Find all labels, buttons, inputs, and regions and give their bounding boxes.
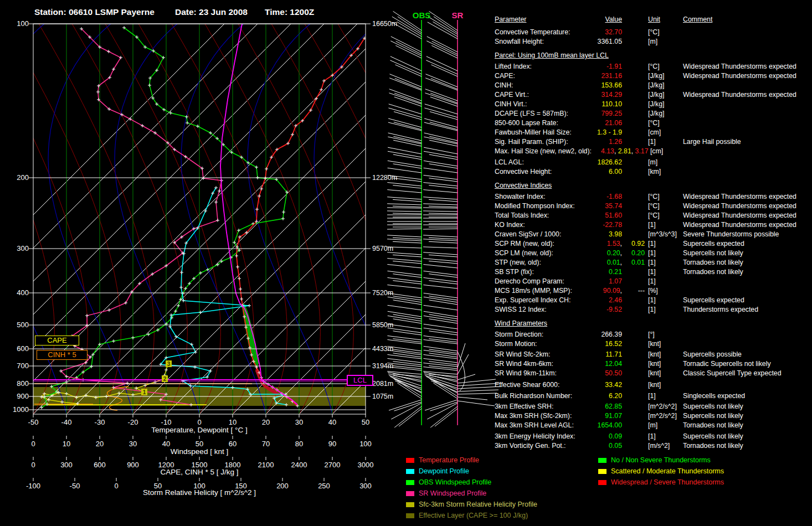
value-part: 3.17	[635, 147, 649, 155]
table-cell: [1]	[648, 220, 656, 230]
wind-barb	[391, 403, 422, 419]
table-cell: [J/kg]	[648, 81, 664, 90]
axis-tick-label: 80	[287, 440, 311, 448]
wind-barb	[393, 213, 422, 214]
wind-barb	[389, 78, 422, 90]
wind-barb	[390, 56, 422, 71]
table-cell: 153.66	[495, 81, 622, 90]
table-cell: 6.00	[495, 167, 622, 177]
table-row: CAPE Virt.:314.29[J/kg]Widespread Thunde…	[495, 90, 812, 100]
wind-barb	[387, 229, 422, 229]
table-cell: Tornadoes not likely	[683, 421, 743, 430]
wind-barb	[429, 378, 458, 396]
wind-barb	[393, 206, 422, 207]
wind-barb	[424, 147, 458, 154]
wind-barb	[423, 363, 458, 367]
table-row: SR Wind Sfc-2km:11.71[knt]Supercells pos…	[495, 350, 812, 359]
wind-barb	[387, 239, 422, 241]
value-part: 1826.62	[598, 158, 622, 166]
wind-barb	[424, 168, 458, 173]
axis-title: Storm Relative Helicity [ m^2/s^2 ]	[33, 488, 366, 497]
table-cell: 2.46	[495, 296, 622, 305]
value-part: 33.42	[605, 381, 622, 389]
wind-barb	[390, 74, 422, 87]
axis-tick-label: 10	[54, 440, 79, 448]
wind-barb	[429, 154, 458, 159]
dry-adiabat-line	[271, 24, 387, 414]
table-cell: Supercells not likely	[683, 411, 743, 421]
table-cell: -1.91	[495, 62, 622, 71]
table-cell: [%]	[648, 286, 658, 296]
sr-shear-curve	[458, 352, 465, 391]
wind-barb	[429, 296, 458, 300]
table-cell: 32.70	[495, 28, 622, 37]
table-cell: [1]	[648, 267, 656, 277]
wind-barb	[387, 235, 422, 237]
table-cell: 33.42	[495, 380, 622, 390]
table-row: CINH Virt.:110.10[J/kg]	[495, 100, 812, 109]
value-part: ,	[620, 240, 622, 247]
height-label: 2081m	[372, 380, 393, 388]
axis-tick-label: 50	[353, 418, 378, 426]
legend-swatch	[598, 469, 607, 474]
wind-barb	[393, 314, 422, 319]
legend-label: Temperature Profile	[419, 456, 479, 464]
table-cell: 0.21	[495, 267, 622, 277]
table-cell: Tornadoes not likely	[683, 441, 743, 451]
legend-swatch	[598, 458, 607, 463]
table-cell: [knt]	[648, 350, 661, 359]
table-row: LCL AGL:1826.62[m]	[495, 158, 812, 167]
wind-barb	[393, 154, 422, 159]
table-row: CINH:153.66[J/kg]	[495, 81, 812, 90]
wind-barb	[429, 255, 458, 257]
wind-barb	[387, 208, 422, 208]
table-cell: [1]	[648, 249, 656, 258]
height-label: 16650m	[372, 20, 397, 28]
value-part: -9.52	[607, 306, 622, 313]
axis-tick-label: -20	[121, 418, 145, 426]
value-part: [cm]	[649, 147, 664, 155]
wind-barb	[397, 22, 422, 37]
value-part: 1.07	[609, 277, 622, 285]
table-cell: Tornadoes not likely	[683, 258, 743, 267]
table-cell: 51.60	[495, 211, 622, 220]
wind-barb	[423, 277, 458, 282]
dry-adiabat-line	[205, 24, 320, 414]
table-row: Max 3km SRH (Sfc-2km):91.07[m^2/s^2]Supe…	[495, 411, 812, 421]
wind-barb	[423, 367, 458, 370]
sr-surface-wind-fan	[458, 379, 496, 383]
wind-barb	[423, 252, 458, 255]
wind-barb	[423, 271, 458, 275]
wind-barb	[388, 122, 422, 131]
value-part: 6.00	[609, 168, 622, 176]
legend-item: Scattered / Moderate Thunderstorms	[598, 467, 724, 475]
legend-label: Effective Layer (CAPE >= 100 J/kg)	[419, 512, 528, 519]
table-cell: [1]	[648, 391, 656, 401]
wind-barb	[388, 118, 422, 127]
table-row: Showalter Index:-1.68[°C]Widespread Thun…	[495, 192, 812, 202]
axis-tick-label: 20	[254, 418, 278, 426]
wind-barb	[423, 358, 458, 363]
table-cell: Widespread Thunderstorms expected	[683, 202, 796, 211]
table-cell: Thunderstorms expected	[683, 305, 758, 314]
axis-tick-label: 40	[154, 440, 178, 448]
table-cell: [m^2/s^2]	[648, 411, 677, 421]
wind-barb	[397, 383, 422, 399]
axis-tick-label: 50	[187, 440, 212, 448]
wind-barb	[423, 265, 458, 268]
table-cell: [1]	[648, 305, 656, 314]
table-cell: 4.13, 2.81, 3.17 [cm]	[601, 147, 663, 156]
wind-barb	[429, 319, 458, 323]
pressure-label: 700	[7, 362, 29, 370]
wind-barb	[427, 37, 458, 52]
wind-barb	[423, 336, 458, 340]
table-cell: 0.09	[495, 432, 622, 441]
wind-barb	[390, 377, 422, 390]
value-part: 266.39	[601, 331, 622, 338]
value-part: ,	[614, 147, 618, 155]
parcel-profile	[220, 24, 297, 405]
table-cell: ---	[626, 286, 645, 296]
wind-barb	[423, 190, 458, 193]
table-cell: 90.09,	[495, 286, 622, 296]
legend-item: Temperature Profile	[406, 456, 479, 464]
